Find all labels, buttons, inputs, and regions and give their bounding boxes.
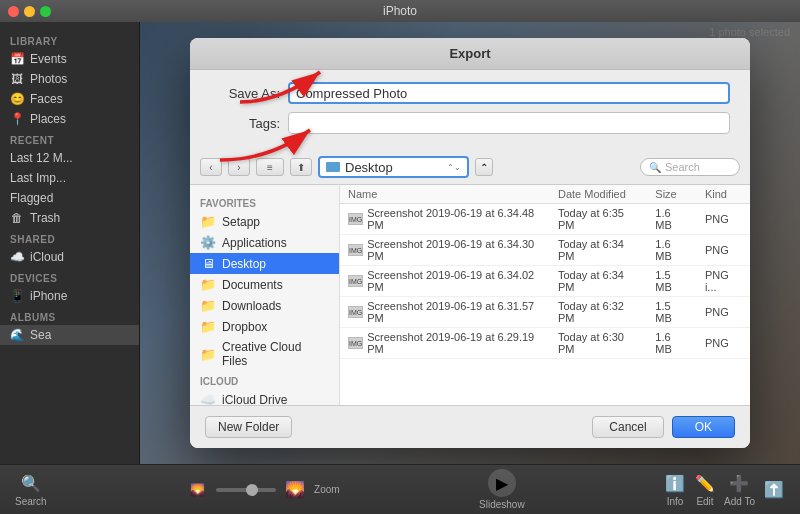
events-icon: 📅 [10,52,24,66]
new-folder-button[interactable]: New Folder [205,416,292,438]
file-list: Name Date Modified Size Kind IMG Screens… [340,185,750,405]
browser-item-creative-cloud[interactable]: 📁 Creative Cloud Files [190,337,339,371]
browser-item-desktop[interactable]: 🖥 Desktop [190,253,339,274]
file-size: 1.6 MB [647,328,697,359]
sidebar-item-label: Trash [30,211,60,225]
file-thumb: IMG [348,275,363,287]
add-toolbar-item[interactable]: ➕ Add To [724,472,755,507]
chevron-icon: ⌃⌄ [447,163,461,172]
location-dropdown[interactable]: Desktop ⌃⌄ [318,156,469,178]
browser-item-dropbox[interactable]: 📁 Dropbox [190,316,339,337]
sidebar-item-photos[interactable]: 🖼 Photos [0,69,139,89]
file-kind: PNG i... [697,266,750,297]
sidebar-item-label: Last 12 M... [10,151,73,165]
browser-item-icloud-drive[interactable]: ☁️ iCloud Drive [190,389,339,405]
ok-button[interactable]: OK [672,416,735,438]
add-label: Add To [724,496,755,507]
close-button[interactable] [8,6,19,17]
devices-section-label: DEVICES [0,267,139,286]
albums-section-label: ALBUMS [0,306,139,325]
title-bar: iPhoto [0,0,800,22]
edit-toolbar-item[interactable]: ✏️ Edit [694,472,716,507]
browser-item-label: Documents [222,278,283,292]
browser-item-setapp[interactable]: 📁 Setapp [190,211,339,232]
col-kind: Kind [697,185,750,204]
file-kind: PNG [697,235,750,266]
search-box[interactable]: 🔍 Search [640,158,740,176]
file-kind: PNG [697,204,750,235]
icloud-icon: ☁️ [10,250,24,264]
right-toolbar-group: ℹ️ Info ✏️ Edit ➕ Add To ⬆️ [664,472,785,507]
edit-icon: ✏️ [694,472,716,494]
zoom-out-icon: 🌄 [186,479,208,501]
sidebar-item-lastimp[interactable]: Last Imp... [0,168,139,188]
sidebar-item-label: Places [30,112,66,126]
info-icon: ℹ️ [664,472,686,494]
share-toolbar-item[interactable]: ⬆️ [763,479,785,501]
tags-input[interactable] [288,112,730,134]
shared-section-label: SHARED [0,228,139,247]
expand-button[interactable]: ⌃ [475,158,493,176]
app-title: iPhoto [383,4,417,18]
table-row[interactable]: IMG Screenshot 2019-06-19 at 6.29.19 PM … [340,328,750,359]
col-date[interactable]: Date Modified [550,185,647,204]
apps-icon: ⚙️ [200,235,216,250]
table-row[interactable]: IMG Screenshot 2019-06-19 at 6.34.30 PM … [340,235,750,266]
dialog-actions: Cancel OK [592,416,735,438]
slideshow-toolbar-group: ▶ Slideshow [479,469,525,510]
info-label: Info [667,496,684,507]
faces-icon: 😊 [10,92,24,106]
browser-item-label: iCloud Drive [222,393,287,406]
zoom-slider[interactable] [216,488,276,492]
save-as-input[interactable] [288,82,730,104]
info-toolbar-item[interactable]: ℹ️ Info [664,472,686,507]
sidebar-item-iphone[interactable]: 📱 iPhone [0,286,139,306]
browser-item-label: Dropbox [222,320,267,334]
iphone-icon: 📱 [10,289,24,303]
library-section-label: LIBRARY [0,30,139,49]
col-name[interactable]: Name [340,185,550,204]
documents-icon: 📁 [200,277,216,292]
table-row[interactable]: IMG Screenshot 2019-06-19 at 6.31.57 PM … [340,297,750,328]
sidebar-item-events[interactable]: 📅 Events [0,49,139,69]
browser-item-downloads[interactable]: 📁 Downloads [190,295,339,316]
sidebar-item-last12m[interactable]: Last 12 M... [0,148,139,168]
sidebar-item-places[interactable]: 📍 Places [0,109,139,129]
search-icon: 🔍 [649,162,661,173]
sidebar-item-sea[interactable]: 🌊 Sea [0,325,139,345]
cc-icon: 📁 [200,347,216,362]
table-row[interactable]: IMG Screenshot 2019-06-19 at 6.34.48 PM … [340,204,750,235]
cancel-button[interactable]: Cancel [592,416,663,438]
desktop-icon: 🖥 [200,256,216,271]
minimize-button[interactable] [24,6,35,17]
browser-item-documents[interactable]: 📁 Documents [190,274,339,295]
file-date: Today at 6:35 PM [550,204,647,235]
zoom-label: Zoom [314,484,340,495]
play-icon: ▶ [488,469,516,497]
file-thumb: IMG [348,213,363,225]
maximize-button[interactable] [40,6,51,17]
browser-item-label: Creative Cloud Files [222,340,329,368]
sidebar-item-flagged[interactable]: Flagged [0,188,139,208]
browser-item-applications[interactable]: ⚙️ Applications [190,232,339,253]
table-row[interactable]: IMG Screenshot 2019-06-19 at 6.34.02 PM … [340,266,750,297]
file-table: Name Date Modified Size Kind IMG Screens… [340,185,750,359]
arrow-saveas [220,52,340,112]
left-toolbar-group: 🔍 Search [15,472,47,507]
arrow-location [200,110,330,170]
sidebar-item-label: iPhone [30,289,67,303]
sidebar-item-label: iCloud [30,250,64,264]
search-toolbar-item[interactable]: 🔍 Search [15,472,47,507]
icloud-drive-icon: ☁️ [200,392,216,405]
edit-label: Edit [696,496,713,507]
search-placeholder: Search [665,161,700,173]
sidebar-item-label: Faces [30,92,63,106]
sidebar-item-trash[interactable]: 🗑 Trash [0,208,139,228]
sidebar-item-icloud[interactable]: ☁️ iCloud [0,247,139,267]
file-name: Screenshot 2019-06-19 at 6.34.02 PM [367,269,542,293]
album-icon: 🌊 [10,328,24,342]
slideshow-toolbar-item[interactable]: ▶ Slideshow [479,469,525,510]
sidebar-item-faces[interactable]: 😊 Faces [0,89,139,109]
file-name: Screenshot 2019-06-19 at 6.34.48 PM [367,207,542,231]
file-name: Screenshot 2019-06-19 at 6.31.57 PM [367,300,542,324]
